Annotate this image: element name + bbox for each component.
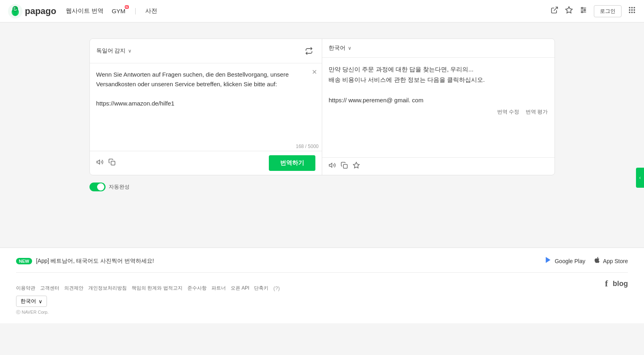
- svg-rect-25: [343, 164, 347, 168]
- banner-text: [App] 베트남어, 태국어도 사진찍어 번역하세요!: [36, 258, 154, 265]
- svg-rect-13: [629, 7, 630, 8]
- svg-rect-20: [631, 12, 632, 13]
- facebook-link[interactable]: f: [605, 278, 608, 289]
- header-right: 로그인: [551, 5, 636, 17]
- source-panel: 독일어 감지 ∨ Wenn Sie Antworten auf Fragen s…: [90, 39, 322, 175]
- copyright-text: ⓒ NAVER Corp.: [16, 309, 280, 315]
- svg-point-12: [581, 11, 583, 12]
- sidebar-toggle-button[interactable]: ‹: [636, 168, 644, 188]
- app-store-button[interactable]: App Store: [593, 256, 628, 266]
- translate-button[interactable]: 번역하기: [269, 155, 315, 171]
- target-tts-button[interactable]: [329, 162, 336, 171]
- google-play-label: Google Play: [555, 258, 585, 264]
- source-copy-button[interactable]: [108, 158, 116, 168]
- footer-links-area: 이용약관 고객센터 의견제안 개인정보처리방침 책임의 한계와 법적고지 준수사…: [16, 278, 280, 315]
- main-content: 독일어 감지 ∨ Wenn Sie Antworten auf Fragen s…: [81, 22, 563, 199]
- source-panel-header: 독일어 감지 ∨: [90, 39, 322, 63]
- header: papago 웹사이트 번역 GYM N 사전: [0, 0, 644, 22]
- svg-marker-6: [566, 7, 573, 13]
- gym-badge: N: [125, 5, 129, 9]
- star-icon[interactable]: [565, 6, 573, 16]
- apps-icon[interactable]: [628, 6, 636, 16]
- svg-point-2: [12, 6, 18, 12]
- footer-link-privacy[interactable]: 개인정보처리방침: [88, 285, 127, 292]
- translation-fix-button[interactable]: 번역 수정: [497, 109, 520, 115]
- toggle-knob: [97, 183, 104, 191]
- help-icon[interactable]: (?): [273, 285, 280, 291]
- svg-rect-19: [629, 12, 630, 13]
- target-panel-body: 만약 당신이 주문 과정에 대한 답을 찾는다면, 우리의... 배송 비용이나…: [322, 58, 555, 157]
- footer-lang-chevron: ∨: [39, 298, 43, 304]
- swap-languages-button[interactable]: [303, 45, 315, 57]
- blog-link[interactable]: blog: [613, 280, 628, 288]
- auto-complete-area: 자동완성: [89, 183, 555, 191]
- share-icon[interactable]: [551, 6, 559, 16]
- target-lang-selector[interactable]: 한국어 ∨: [329, 45, 351, 52]
- footer-link-openapi[interactable]: 오픈 API: [231, 285, 250, 292]
- app-store-label: App Store: [603, 258, 628, 264]
- translation-actions: 번역 수정 번역 평가: [329, 105, 548, 117]
- target-copy-button[interactable]: [341, 162, 348, 171]
- svg-rect-14: [631, 7, 632, 8]
- target-panel-header: 한국어 ∨: [322, 39, 555, 58]
- target-star-button[interactable]: [353, 162, 360, 171]
- svg-rect-16: [629, 9, 630, 10]
- footer-link-partner[interactable]: 파트너: [211, 285, 226, 292]
- svg-point-10: [581, 7, 583, 8]
- settings-icon[interactable]: [579, 6, 587, 16]
- papago-logo-icon: [8, 4, 22, 18]
- translation-rate-button[interactable]: 번역 평가: [526, 109, 548, 115]
- footer-lang-selector[interactable]: 한국어 ∨: [16, 296, 47, 307]
- svg-point-11: [584, 9, 585, 10]
- footer-banner: NEW [App] 베트남어, 태국어도 사진찍어 번역하세요! Google …: [16, 256, 628, 273]
- footer-link-legal[interactable]: 책임의 한계와 법적고지: [132, 285, 183, 292]
- footer-link-feedback[interactable]: 의견제안: [64, 285, 83, 292]
- store-buttons: Google Play App Store: [544, 256, 628, 266]
- clear-source-button[interactable]: ✕: [312, 68, 317, 76]
- auto-complete-toggle[interactable]: [89, 183, 106, 191]
- target-panel: 한국어 ∨ 만약 당신이 주문 과정에 대한 답을 찾는다면, 우리의... 배…: [322, 39, 555, 175]
- svg-rect-21: [634, 12, 635, 13]
- translated-text: 만약 당신이 주문 과정에 대한 답을 찾는다면, 우리의... 배송 비용이나…: [329, 64, 548, 105]
- svg-marker-24: [329, 163, 332, 168]
- svg-marker-26: [353, 162, 360, 168]
- target-lang-chevron: ∨: [348, 45, 351, 51]
- google-play-button[interactable]: Google Play: [544, 256, 585, 266]
- source-lang-selector[interactable]: 독일어 감지 ∨: [96, 47, 132, 55]
- translator-container: 독일어 감지 ∨ Wenn Sie Antworten auf Fragen s…: [89, 39, 555, 175]
- footer-link-support[interactable]: 고객센터: [40, 285, 59, 292]
- source-panel-body: Wenn Sie Antworten auf Fragen suchen, di…: [90, 63, 322, 142]
- banner-left: NEW [App] 베트남어, 태국어도 사진찍어 번역하세요!: [16, 258, 154, 265]
- svg-marker-22: [97, 160, 100, 164]
- source-text-input[interactable]: Wenn Sie Antworten auf Fragen suchen, di…: [96, 70, 316, 134]
- social-links: f blog: [605, 278, 628, 289]
- nav-gym[interactable]: GYM N: [112, 8, 125, 14]
- nav-divider: [135, 8, 136, 14]
- nav-links: 웹사이트 번역 GYM N 사전: [66, 7, 157, 15]
- char-count: 168 / 5000: [90, 142, 322, 151]
- target-panel-footer: [322, 157, 555, 175]
- footer-link-shortcuts[interactable]: 단축키: [254, 285, 268, 292]
- footer-links: 이용약관 고객센터 의견제안 개인정보처리방침 책임의 한계와 법적고지 준수사…: [16, 278, 280, 292]
- login-button[interactable]: 로그인: [594, 5, 622, 17]
- logo-text: papago: [25, 6, 56, 16]
- auto-complete-label: 자동완성: [109, 183, 130, 191]
- new-badge: NEW: [16, 258, 32, 264]
- source-lang-chevron: ∨: [128, 48, 132, 54]
- svg-rect-15: [634, 7, 635, 8]
- svg-marker-27: [546, 257, 551, 263]
- nav-dictionary[interactable]: 사전: [145, 7, 157, 15]
- footer-lang-label: 한국어: [20, 298, 36, 305]
- apple-icon: [593, 256, 601, 266]
- logo-area[interactable]: papago: [8, 4, 56, 18]
- google-play-icon: [544, 256, 552, 266]
- source-tts-button[interactable]: [96, 158, 104, 168]
- svg-point-4: [14, 8, 15, 8]
- footer-link-terms[interactable]: 이용약관: [16, 285, 35, 292]
- svg-rect-18: [634, 9, 635, 10]
- svg-rect-17: [631, 9, 632, 10]
- svg-rect-23: [111, 161, 115, 165]
- footer-link-compliance[interactable]: 준수사항: [187, 285, 207, 292]
- nav-website-translate[interactable]: 웹사이트 번역: [66, 7, 104, 15]
- source-lang-label: 독일어 감지: [96, 47, 126, 55]
